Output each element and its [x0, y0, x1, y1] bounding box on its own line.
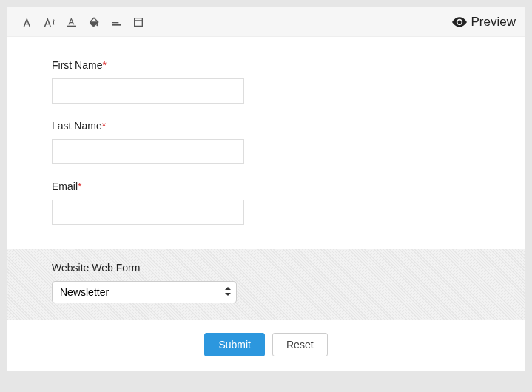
label-text: First Name	[52, 59, 102, 71]
border-icon[interactable]	[105, 11, 127, 33]
svg-rect-4	[112, 24, 121, 25]
reset-button[interactable]: Reset	[272, 333, 328, 356]
first-name-label: First Name*	[52, 59, 480, 71]
field-first-name: First Name*	[52, 59, 480, 104]
form-builder-panel: Preview First Name* Last Name* Email* We…	[7, 7, 525, 371]
label-text: Last Name	[52, 120, 102, 132]
font-family-icon[interactable]	[16, 11, 38, 33]
last-name-label: Last Name*	[52, 120, 480, 132]
required-mark: *	[78, 180, 81, 192]
label-text: Email	[52, 180, 78, 192]
submit-button[interactable]: Submit	[204, 333, 265, 356]
field-website-form-highlighted: Website Web Form Newsletter	[7, 249, 525, 320]
form-area: First Name* Last Name* Email*	[7, 37, 525, 249]
email-input[interactable]	[52, 200, 244, 225]
email-label: Email*	[52, 180, 480, 192]
website-form-select[interactable]: Newsletter	[52, 281, 237, 303]
svg-rect-0	[53, 21, 54, 24]
eye-icon	[452, 17, 467, 27]
svg-rect-1	[67, 25, 76, 27]
first-name-input[interactable]	[52, 78, 244, 104]
font-color-icon[interactable]	[61, 11, 83, 33]
field-last-name: Last Name*	[52, 120, 480, 164]
layout-icon[interactable]	[127, 11, 149, 33]
form-actions: Submit Reset	[7, 320, 525, 371]
svg-rect-3	[112, 22, 118, 23]
fill-color-icon[interactable]	[83, 11, 105, 33]
field-email: Email*	[52, 180, 480, 225]
svg-point-2	[96, 24, 98, 26]
website-form-select-wrap: Newsletter	[52, 281, 237, 303]
font-size-icon[interactable]	[38, 11, 61, 33]
website-form-label: Website Web Form	[52, 262, 480, 274]
required-mark: *	[102, 59, 106, 71]
preview-label: Preview	[471, 15, 516, 30]
preview-button[interactable]: Preview	[452, 15, 516, 30]
last-name-input[interactable]	[52, 139, 244, 164]
required-mark: *	[102, 120, 106, 132]
toolbar: Preview	[7, 7, 525, 37]
